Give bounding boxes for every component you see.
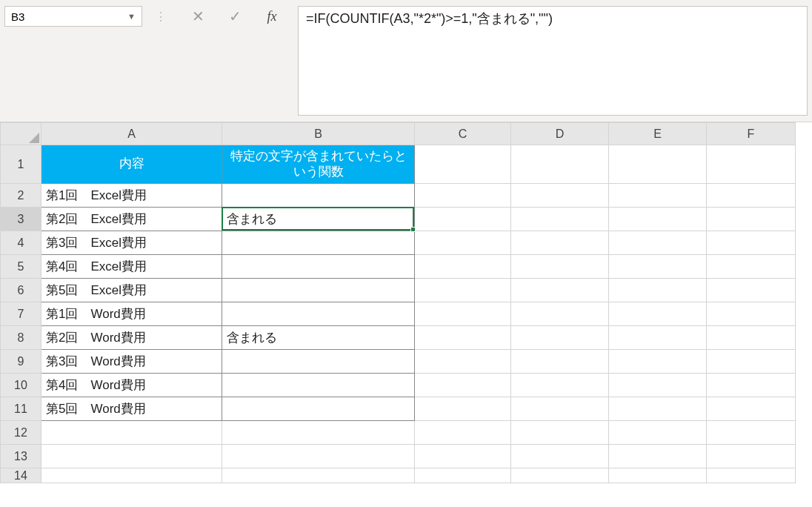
cell-D8[interactable]	[511, 326, 609, 350]
cell-A5[interactable]: 第4回 Excel費用	[41, 255, 222, 279]
cell-D5[interactable]	[511, 255, 609, 279]
col-head-E[interactable]: E	[609, 123, 707, 145]
cell-D1[interactable]	[511, 145, 609, 184]
cell-D14[interactable]	[511, 468, 609, 483]
cell-A11[interactable]: 第5回 Word費用	[41, 397, 222, 421]
cell-F2[interactable]	[707, 184, 796, 208]
cell-A6[interactable]: 第5回 Excel費用	[41, 279, 222, 302]
cell-F7[interactable]	[707, 302, 796, 326]
grid[interactable]: A B C D E F 1 内容 特定の文字が含まれていたらという関数 2 第1…	[0, 122, 796, 483]
cell-A13[interactable]	[41, 445, 222, 468]
row-head-14[interactable]: 14	[1, 468, 41, 483]
cell-A3[interactable]: 第2回 Excel費用	[41, 208, 222, 231]
cell-A14[interactable]	[41, 468, 222, 483]
row-head-9[interactable]: 9	[1, 350, 41, 374]
cell-F9[interactable]	[707, 350, 796, 374]
cell-C8[interactable]	[415, 326, 511, 350]
cell-D11[interactable]	[511, 397, 609, 421]
cell-B13[interactable]	[222, 445, 415, 468]
header-cell-B1[interactable]: 特定の文字が含まれていたらという関数	[222, 145, 415, 184]
cell-E2[interactable]	[609, 184, 707, 208]
col-head-F[interactable]: F	[707, 123, 796, 145]
cell-D3[interactable]	[511, 208, 609, 231]
cell-E1[interactable]	[609, 145, 707, 184]
cell-D13[interactable]	[511, 445, 609, 468]
row-head-3[interactable]: 3	[1, 208, 41, 231]
cell-C1[interactable]	[415, 145, 511, 184]
row-head-13[interactable]: 13	[1, 445, 41, 468]
row-head-1[interactable]: 1	[1, 145, 41, 184]
cell-A7[interactable]: 第1回 Word費用	[41, 302, 222, 326]
cancel-formula-icon[interactable]: ✕	[179, 6, 216, 27]
cell-D2[interactable]	[511, 184, 609, 208]
cell-E5[interactable]	[609, 255, 707, 279]
cell-B2[interactable]	[222, 184, 415, 208]
row-head-11[interactable]: 11	[1, 397, 41, 421]
cell-B9[interactable]	[222, 350, 415, 374]
cell-B6[interactable]	[222, 279, 415, 302]
cell-E7[interactable]	[609, 302, 707, 326]
cell-E12[interactable]	[609, 421, 707, 445]
cell-A9[interactable]: 第3回 Word費用	[41, 350, 222, 374]
cell-F10[interactable]	[707, 374, 796, 397]
cell-C10[interactable]	[415, 374, 511, 397]
cell-B12[interactable]	[222, 421, 415, 445]
formula-input[interactable]: =IF(COUNTIF(A3,"*2*")>=1,"含まれる","")	[298, 6, 808, 116]
cell-B10[interactable]	[222, 374, 415, 397]
cell-E4[interactable]	[609, 231, 707, 255]
cell-F12[interactable]	[707, 421, 796, 445]
header-cell-A1[interactable]: 内容	[41, 145, 222, 184]
cell-C7[interactable]	[415, 302, 511, 326]
cell-F13[interactable]	[707, 445, 796, 468]
fx-icon[interactable]: fx	[253, 6, 290, 27]
name-box-dropdown-icon[interactable]: ▼	[127, 12, 136, 21]
row-head-5[interactable]: 5	[1, 255, 41, 279]
cell-E3[interactable]	[609, 208, 707, 231]
cell-C11[interactable]	[415, 397, 511, 421]
cell-D10[interactable]	[511, 374, 609, 397]
cell-B14[interactable]	[222, 468, 415, 483]
cell-C12[interactable]	[415, 421, 511, 445]
cell-A10[interactable]: 第4回 Word費用	[41, 374, 222, 397]
cell-D4[interactable]	[511, 231, 609, 255]
cell-E10[interactable]	[609, 374, 707, 397]
cell-B8[interactable]: 含まれる	[222, 326, 415, 350]
row-head-2[interactable]: 2	[1, 184, 41, 208]
cell-E6[interactable]	[609, 279, 707, 302]
cell-A4[interactable]: 第3回 Excel費用	[41, 231, 222, 255]
cell-A12[interactable]	[41, 421, 222, 445]
accept-formula-icon[interactable]: ✓	[216, 6, 253, 27]
cell-B3[interactable]: 含まれる	[222, 208, 415, 231]
cell-B11[interactable]	[222, 397, 415, 421]
row-head-10[interactable]: 10	[1, 374, 41, 397]
cell-C2[interactable]	[415, 184, 511, 208]
cell-C14[interactable]	[415, 468, 511, 483]
cell-C5[interactable]	[415, 255, 511, 279]
cell-E9[interactable]	[609, 350, 707, 374]
cell-E14[interactable]	[609, 468, 707, 483]
cell-B4[interactable]	[222, 231, 415, 255]
name-box[interactable]: B3 ▼	[4, 6, 142, 27]
row-head-7[interactable]: 7	[1, 302, 41, 326]
cell-C6[interactable]	[415, 279, 511, 302]
col-head-B[interactable]: B	[222, 123, 415, 145]
col-head-D[interactable]: D	[511, 123, 609, 145]
cell-F5[interactable]	[707, 255, 796, 279]
cell-E13[interactable]	[609, 445, 707, 468]
cell-F4[interactable]	[707, 231, 796, 255]
col-head-C[interactable]: C	[415, 123, 511, 145]
col-head-A[interactable]: A	[41, 123, 222, 145]
cell-C3[interactable]	[415, 208, 511, 231]
cell-F14[interactable]	[707, 468, 796, 483]
cell-A8[interactable]: 第2回 Word費用	[41, 326, 222, 350]
cell-C9[interactable]	[415, 350, 511, 374]
row-head-12[interactable]: 12	[1, 421, 41, 445]
cell-C4[interactable]	[415, 231, 511, 255]
cell-E8[interactable]	[609, 326, 707, 350]
row-head-4[interactable]: 4	[1, 231, 41, 255]
cell-B7[interactable]	[222, 302, 415, 326]
select-all-corner[interactable]	[1, 123, 41, 145]
row-head-8[interactable]: 8	[1, 326, 41, 350]
cell-E11[interactable]	[609, 397, 707, 421]
cell-F3[interactable]	[707, 208, 796, 231]
